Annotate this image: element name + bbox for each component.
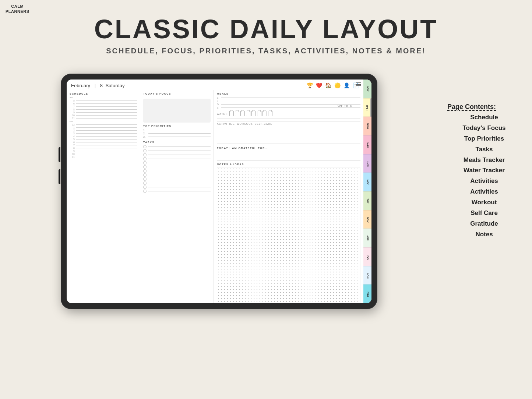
tab-may[interactable]: MAY <box>363 154 371 173</box>
am-label: AM <box>70 96 137 99</box>
tablet-side-btn-1 <box>59 147 60 162</box>
logo: CALM PLANNERS <box>6 4 29 14</box>
schedule-row-7pm: 7 <box>70 144 137 146</box>
task-checkbox-10[interactable] <box>143 181 147 185</box>
task-checkbox-3[interactable] <box>143 153 147 156</box>
time-1pm: 1 <box>70 126 75 129</box>
meal-snack: S <box>217 106 360 109</box>
gratitude-heading: TODAY I AM GRATEFUL FOR... <box>217 147 360 149</box>
headline-area: CLASSIC DAILY LAYOUT SCHEDULE, FOCUS, PR… <box>0 0 532 55</box>
tablet-side-btn-2 <box>59 169 60 184</box>
water-cup-4[interactable] <box>246 111 250 116</box>
schedule-line-4pm <box>76 136 137 137</box>
task-checkbox-9[interactable] <box>143 177 147 181</box>
schedule-row-7am: 7 <box>70 105 137 108</box>
task-checkbox-6[interactable] <box>143 165 147 169</box>
task-checkbox-5[interactable] <box>143 161 147 165</box>
schedule-line-8am <box>76 109 137 110</box>
water-cup-1[interactable] <box>229 111 234 116</box>
divider-3 <box>217 160 360 161</box>
time-11pm: 11 <box>70 156 75 158</box>
task-row-9 <box>143 177 211 181</box>
notes-section: NOTES & IDEAS <box>217 163 360 301</box>
task-row-5 <box>143 161 211 165</box>
month-label: February <box>71 83 90 88</box>
task-checkbox-11[interactable] <box>143 186 147 189</box>
schedule-line-3pm <box>76 133 137 134</box>
hamburger-menu-icon[interactable] <box>356 82 361 86</box>
tab-sep[interactable]: SEP <box>363 229 371 247</box>
schedule-line-5am <box>76 100 137 101</box>
focus-box[interactable] <box>143 99 211 123</box>
schedule-row-10pm: 10 <box>70 153 137 155</box>
task-line-3 <box>148 155 211 155</box>
page-contents-title: Page Contents: <box>447 103 521 111</box>
schedule-line-11am <box>76 118 137 119</box>
logo-line1: CALM <box>6 4 29 9</box>
priority-1: 1. <box>143 129 211 131</box>
tab-mar[interactable]: MAR <box>363 117 371 135</box>
tab-nov[interactable]: NOV <box>363 266 371 285</box>
task-checkbox-12[interactable] <box>143 190 147 193</box>
time-11am: 11 <box>70 117 75 120</box>
water-cup-3[interactable] <box>240 111 245 116</box>
water-cup-8[interactable] <box>268 111 272 116</box>
tab-dec[interactable]: DEC <box>363 285 371 303</box>
task-row-8 <box>143 173 211 177</box>
activities-area <box>217 127 360 141</box>
tab-jan[interactable]: JAN <box>363 80 371 98</box>
task-line-11 <box>148 187 211 187</box>
schedule-row-5am: 5 <box>70 99 137 102</box>
water-cups-container <box>229 111 272 116</box>
priority-line-1 <box>148 130 211 130</box>
water-cup-7[interactable] <box>263 111 267 116</box>
planner-date: February | 8 Saturday <box>71 83 125 88</box>
schedule-row-3pm: 3 <box>70 132 137 135</box>
tab-aug[interactable]: AUG <box>363 210 371 229</box>
time-3pm: 3 <box>70 132 75 135</box>
time-9pm: 9 <box>70 150 75 152</box>
notes-dot-grid[interactable] <box>217 167 360 303</box>
schedule-column: SCHEDULE AM 5 6 7 <box>67 90 140 303</box>
water-cup-2[interactable] <box>235 111 239 116</box>
water-cup-6[interactable] <box>257 111 261 116</box>
priorities-heading: TOP PRIORITIES <box>143 125 211 127</box>
schedule-line-10am <box>76 115 137 116</box>
time-6pm: 6 <box>70 141 75 144</box>
water-cup-5[interactable] <box>251 111 256 116</box>
gratitude-section: TODAY I AM GRATEFUL FOR... <box>217 147 360 158</box>
task-checkbox-2[interactable] <box>143 149 147 152</box>
tab-jul[interactable]: JUL <box>363 191 371 210</box>
task-row-3 <box>143 153 211 156</box>
hamburger-line-1 <box>356 82 361 83</box>
divider-1 <box>217 119 360 119</box>
priority-2: 2. <box>143 132 211 135</box>
task-line-7 <box>148 171 211 171</box>
priority-line-2 <box>148 133 211 134</box>
schedule-line-7pm <box>76 145 137 145</box>
right-column: MEALS B L D <box>214 90 363 303</box>
task-row-7 <box>143 169 211 173</box>
tab-feb[interactable]: FEB <box>363 98 371 117</box>
main-title: CLASSIC DAILY LAYOUT <box>0 15 532 44</box>
heart-icon: ❤️ <box>316 82 322 88</box>
schedule-row-1pm: 1 <box>70 126 137 129</box>
tab-jun[interactable]: JUN <box>363 173 371 191</box>
tab-apr[interactable]: APR <box>363 135 371 154</box>
task-checkbox-7[interactable] <box>143 169 147 173</box>
task-checkbox-1[interactable] <box>143 145 147 148</box>
water-heading: WATER <box>217 113 228 115</box>
planner-icons: 🏆 ❤️ 🏠 🟡 👤 📄 <box>307 82 359 88</box>
task-checkbox-8[interactable] <box>143 173 147 177</box>
water-section: WATER <box>217 111 360 116</box>
tab-oct[interactable]: OCT <box>363 247 371 266</box>
schedule-line-9pm <box>76 151 137 151</box>
task-checkbox-4[interactable] <box>143 157 147 160</box>
meal-label-s: S <box>217 106 220 109</box>
schedule-row-2pm: 2 <box>70 129 137 132</box>
logo-line2: PLANNERS <box>6 9 29 14</box>
task-line-6 <box>148 167 211 167</box>
tablet-outer: February | 8 Saturday 🏆 ❤️ 🏠 🟡 👤 📄 <box>61 74 377 309</box>
meals-section: MEALS B L D <box>217 92 360 110</box>
time-7pm: 7 <box>70 144 75 146</box>
